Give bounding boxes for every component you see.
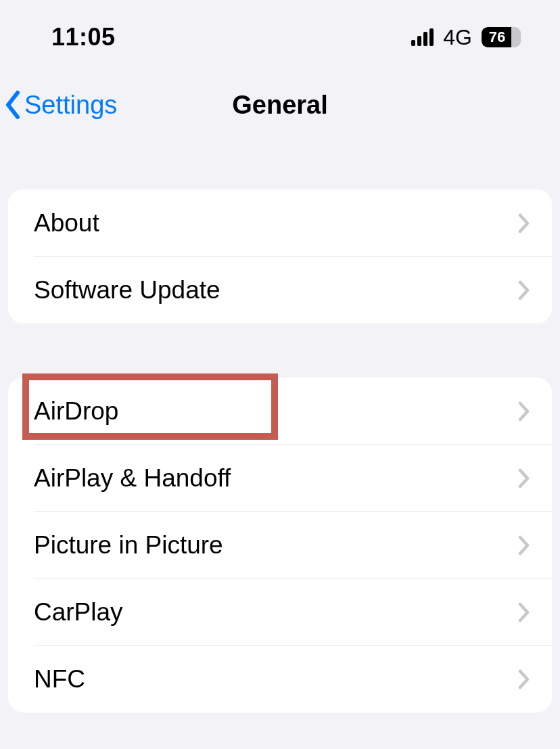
settings-group: About Software Update [8,189,552,323]
status-time: 11:05 [51,23,116,51]
chevron-right-icon [518,602,530,622]
row-label: Software Update [34,276,518,304]
chevron-right-icon [518,401,530,422]
row-label: Picture in Picture [34,531,518,560]
settings-group: AirDrop AirPlay & Handoff Picture in Pic… [8,378,552,712]
network-type: 4G [443,25,472,50]
battery-percent: 76 [482,28,517,46]
row-label: About [34,209,518,237]
row-label: AirPlay & Handoff [34,464,518,493]
cellular-signal-icon [411,28,434,46]
status-right: 4G 76 [411,25,521,50]
chevron-right-icon [518,468,530,489]
row-airdrop[interactable]: AirDrop [8,378,552,445]
chevron-right-icon [518,669,530,689]
row-nfc[interactable]: NFC [8,645,552,712]
status-bar: 11:05 4G 76 [0,0,560,74]
row-about[interactable]: About [8,189,552,256]
back-label: Settings [24,91,117,120]
nav-bar: Settings General [0,74,560,135]
row-label: CarPlay [34,598,518,627]
back-button[interactable]: Settings [0,74,117,135]
chevron-right-icon [518,280,530,300]
chevron-right-icon [518,535,530,555]
chevron-right-icon [518,213,530,233]
row-label: NFC [34,665,518,694]
chevron-left-icon [4,90,23,120]
battery-icon: 76 [482,27,521,47]
row-software-update[interactable]: Software Update [8,256,552,323]
row-picture-in-picture[interactable]: Picture in Picture [8,512,552,578]
row-label: AirDrop [34,397,518,426]
row-carplay[interactable]: CarPlay [8,578,552,645]
row-airplay-handoff[interactable]: AirPlay & Handoff [8,445,552,512]
content: About Software Update AirDrop AirPlay & … [0,135,560,712]
